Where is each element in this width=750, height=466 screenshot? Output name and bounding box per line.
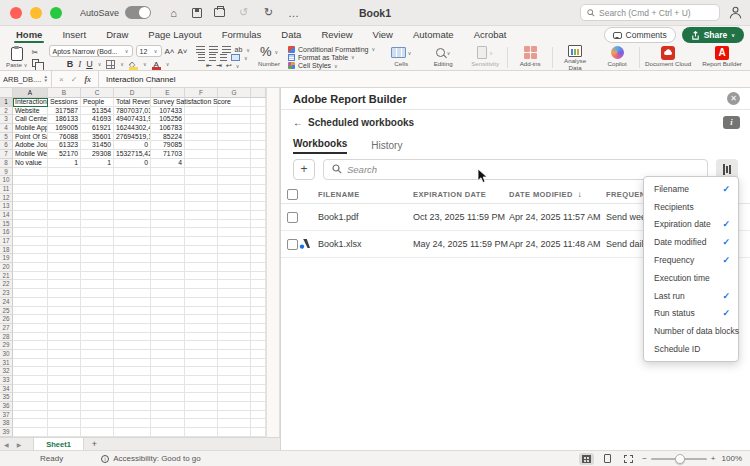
cell-C38[interactable] xyxy=(81,419,114,428)
maximize-window-button[interactable] xyxy=(50,7,62,19)
cell-G4[interactable] xyxy=(218,124,251,133)
cell-F23[interactable] xyxy=(185,289,218,298)
cell-E5[interactable]: 85224 xyxy=(151,133,185,142)
ribbon-tab-review[interactable]: Review xyxy=(311,26,362,44)
cell-H19[interactable] xyxy=(251,254,266,263)
cell-D13[interactable] xyxy=(114,202,151,211)
font-size-select[interactable]: 12∨ xyxy=(136,45,162,57)
row-header-5[interactable]: 5 xyxy=(0,133,13,142)
cell-C39[interactable] xyxy=(81,428,114,437)
cell-D35[interactable] xyxy=(114,393,151,402)
row-header-30[interactable]: 30 xyxy=(0,350,13,359)
zoom-slider-thumb[interactable] xyxy=(675,454,685,464)
insert-function-icon[interactable]: fx xyxy=(84,75,91,84)
cell-A21[interactable] xyxy=(13,272,48,281)
cell-H17[interactable] xyxy=(251,237,266,246)
cell-A5[interactable]: Point Of Sale xyxy=(13,133,48,142)
ribbon-tab-acrobat[interactable]: Acrobat xyxy=(464,26,517,44)
cell-A19[interactable] xyxy=(13,254,48,263)
cell-H36[interactable] xyxy=(251,402,266,411)
align-center-icon[interactable] xyxy=(209,54,216,61)
cell-F13[interactable] xyxy=(185,202,218,211)
row-header-32[interactable]: 32 xyxy=(0,367,13,376)
cell-C4[interactable]: 61921 xyxy=(81,124,114,133)
cell-F34[interactable] xyxy=(185,385,218,394)
row-header-8[interactable]: 8 xyxy=(0,159,13,168)
cell-D28[interactable] xyxy=(114,333,151,342)
cell-C12[interactable] xyxy=(81,194,114,203)
cell-E24[interactable] xyxy=(151,298,185,307)
ribbon-tab-draw[interactable]: Draw xyxy=(96,26,138,44)
wrap-text-icon[interactable]: ↩ xyxy=(226,62,232,70)
back-to-scheduled-workbooks[interactable]: ← Scheduled workbooks xyxy=(293,117,414,128)
page-layout-view-button[interactable] xyxy=(600,453,615,465)
cell-E4[interactable]: 106783 xyxy=(151,124,185,133)
cell-B38[interactable] xyxy=(48,419,81,428)
cell-F33[interactable] xyxy=(185,376,218,385)
cell-B9[interactable] xyxy=(48,168,81,177)
home-icon[interactable]: ⌂ xyxy=(167,7,180,19)
row-header-6[interactable]: 6 xyxy=(0,141,13,150)
cell-F37[interactable] xyxy=(185,411,218,420)
cell-H5[interactable] xyxy=(251,133,266,142)
cell-G14[interactable] xyxy=(218,211,251,220)
ribbon-tab-page-layout[interactable]: Page Layout xyxy=(138,26,211,44)
cell-E30[interactable] xyxy=(151,350,185,359)
share-button[interactable]: Share ∨ xyxy=(682,27,744,43)
cell-C15[interactable] xyxy=(81,220,114,229)
cell-D20[interactable] xyxy=(114,263,151,272)
cell-F14[interactable] xyxy=(185,211,218,220)
cell-H9[interactable] xyxy=(251,168,266,177)
ribbon-tab-formulas[interactable]: Formulas xyxy=(212,26,272,44)
cell-C13[interactable] xyxy=(81,202,114,211)
align-bottom-icon[interactable] xyxy=(222,46,231,53)
cell-F10[interactable] xyxy=(185,176,218,185)
row-header-36[interactable]: 36 xyxy=(0,402,13,411)
pane-tab-workbooks[interactable]: Workbooks xyxy=(293,138,347,154)
cell-C29[interactable] xyxy=(81,341,114,350)
cell-E35[interactable] xyxy=(151,393,185,402)
cell-F38[interactable] xyxy=(185,419,218,428)
cell-E7[interactable]: 71703 xyxy=(151,150,185,159)
row-header-34[interactable]: 34 xyxy=(0,385,13,394)
cell-A30[interactable] xyxy=(13,350,48,359)
cell-D25[interactable] xyxy=(114,307,151,316)
cell-C1[interactable]: People xyxy=(81,98,114,107)
cell-B7[interactable]: 52170 xyxy=(48,150,81,159)
cell-C3[interactable]: 41693 xyxy=(81,115,114,124)
conditional-formatting-button[interactable]: Conditional Formatting∨ xyxy=(288,45,375,53)
cell-D30[interactable] xyxy=(114,350,151,359)
normal-view-button[interactable] xyxy=(579,453,594,465)
cell-F31[interactable] xyxy=(185,359,218,368)
cell-E10[interactable] xyxy=(151,176,185,185)
copy-icon[interactable] xyxy=(32,59,39,67)
cell-F4[interactable] xyxy=(185,124,218,133)
row-header-29[interactable]: 29 xyxy=(0,341,13,350)
row-header-28[interactable]: 28 xyxy=(0,333,13,342)
cell-A10[interactable] xyxy=(13,176,48,185)
cell-A4[interactable]: Mobile App xyxy=(13,124,48,133)
search-input[interactable]: Search (Cmd + Ctrl + U) xyxy=(580,4,720,21)
cell-B10[interactable] xyxy=(48,176,81,185)
align-top-icon[interactable] xyxy=(196,46,205,53)
cell-H39[interactable] xyxy=(251,428,266,437)
spreadsheet-grid[interactable]: ABCDEFG1Interaction ChannelSessionsPeopl… xyxy=(0,88,266,437)
editing-button[interactable]: ∨Editing xyxy=(422,45,464,70)
cell-D34[interactable] xyxy=(114,385,151,394)
row-header-18[interactable]: 18 xyxy=(0,246,13,255)
italic-button[interactable]: I xyxy=(78,59,81,69)
cell-F25[interactable] xyxy=(185,307,218,316)
cell-E34[interactable] xyxy=(151,385,185,394)
percent-style-icon[interactable]: % xyxy=(260,45,272,58)
menu-item-filename[interactable]: Filename✓ xyxy=(644,180,738,198)
cell-G13[interactable] xyxy=(218,202,251,211)
cell-C16[interactable] xyxy=(81,228,114,237)
page-break-view-button[interactable] xyxy=(621,453,636,465)
font-color-icon[interactable]: A xyxy=(152,60,161,69)
cell-E15[interactable] xyxy=(151,220,185,229)
cell-D1[interactable]: Total Revenue xyxy=(114,98,151,107)
undo-icon[interactable]: ↺ xyxy=(237,6,250,19)
cell-C36[interactable] xyxy=(81,402,114,411)
cell-A39[interactable] xyxy=(13,428,48,437)
menu-item-expiration-date[interactable]: Expiration date✓ xyxy=(644,216,738,234)
